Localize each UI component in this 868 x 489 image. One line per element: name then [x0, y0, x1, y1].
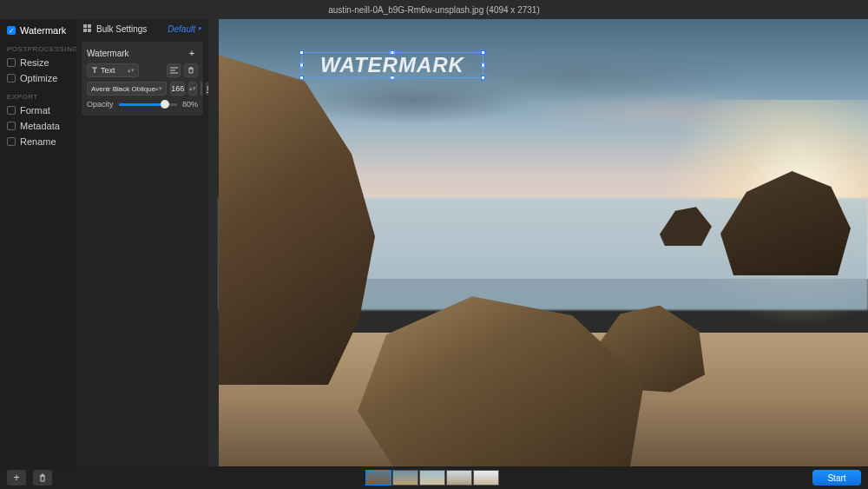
resize-handle-sw[interactable]	[299, 76, 304, 80]
sidebar-item-label: Metadata	[20, 121, 60, 131]
align-button[interactable]	[167, 63, 181, 77]
watermark-bounding-box[interactable]: WATERMARK	[301, 52, 483, 78]
text-icon	[91, 67, 98, 74]
sidebar-item-watermark[interactable]: ✓Watermark	[7, 24, 69, 36]
font-label: Avenir Black Oblique	[91, 85, 155, 93]
checkbox[interactable]	[7, 106, 16, 115]
resize-handle-s[interactable]	[391, 76, 395, 80]
start-label: Start	[827, 473, 845, 483]
canvas[interactable]: WATERMARK	[208, 19, 868, 466]
preview-image	[219, 19, 868, 466]
sidebar-item-label: Format	[20, 105, 50, 116]
resize-handle-se[interactable]	[481, 76, 485, 80]
thumbnail-strip	[59, 470, 806, 486]
slider-thumb[interactable]	[161, 100, 169, 109]
font-dropdown[interactable]: Avenir Black Oblique ▴▾	[87, 82, 167, 96]
type-label: Text	[101, 66, 115, 75]
preset-dropdown[interactable]: Default ▾	[168, 24, 201, 34]
file-title: austin-neill-0A_b9G-Rm6w-unsplash.jpg (4…	[0, 5, 868, 15]
sidebar: ✓WatermarkPOSTPROCESSINGResizeOptimizeEX…	[0, 19, 76, 466]
thumbnail-4[interactable]	[473, 470, 499, 486]
font-size-field[interactable]: 166	[170, 82, 185, 96]
resize-handle-nw[interactable]	[299, 50, 304, 55]
checkbox[interactable]: ✓	[7, 26, 16, 35]
settings-header: Bulk Settings Default ▾	[76, 19, 208, 38]
sidebar-item-label: Optimize	[20, 73, 57, 83]
opacity-slider[interactable]	[119, 103, 177, 106]
thumbnail-0[interactable]	[365, 470, 391, 486]
checkbox[interactable]	[7, 74, 16, 83]
delete-watermark-button[interactable]	[184, 63, 198, 77]
font-size-stepper[interactable]: ▴▾	[188, 82, 197, 96]
stepper-icon: ▴▾	[155, 87, 162, 90]
sidebar-item-rename[interactable]: Rename	[7, 135, 69, 148]
svg-rect-2	[83, 29, 87, 32]
watermark-type-dropdown[interactable]: Text ▴▾	[87, 63, 139, 77]
watermark-panel: Watermark + Text ▴▾	[82, 42, 203, 116]
resize-handle-ne[interactable]	[481, 50, 485, 55]
watermark-text[interactable]: WATERMARK	[320, 53, 464, 77]
svg-rect-1	[88, 24, 91, 28]
bottombar: + Start	[0, 466, 868, 489]
svg-rect-0	[83, 24, 87, 28]
svg-rect-3	[88, 29, 91, 32]
checkbox[interactable]	[7, 122, 16, 130]
file-dims: (4094 x 2731)	[486, 5, 540, 15]
sidebar-item-metadata[interactable]: Metadata	[7, 120, 69, 132]
remove-button[interactable]	[33, 470, 52, 486]
sidebar-item-label: Rename	[20, 136, 56, 147]
sidebar-section-label: EXPORT	[7, 93, 69, 101]
color-picker[interactable]	[201, 82, 202, 96]
sidebar-item-resize[interactable]: Resize	[7, 56, 69, 69]
checkbox[interactable]	[7, 137, 16, 146]
file-name: austin-neill-0A_b9G-Rm6w-unsplash.jpg	[328, 5, 483, 15]
font-size-value: 166	[171, 84, 184, 93]
sidebar-item-optimize[interactable]: Optimize	[7, 72, 69, 84]
stepper-icon: ▴▾	[128, 69, 135, 72]
thumbnail-3[interactable]	[446, 470, 472, 486]
sidebar-item-format[interactable]: Format	[7, 104, 69, 116]
sidebar-item-label: Watermark	[20, 25, 66, 36]
preset-label: Default	[168, 24, 195, 34]
stepper-icon: ▴▾	[189, 87, 196, 90]
bulk-label: Bulk Settings	[96, 24, 147, 34]
bulk-icon	[83, 24, 92, 33]
settings-column: Bulk Settings Default ▾ Watermark +	[76, 19, 208, 466]
resize-handle-w[interactable]	[299, 63, 304, 68]
opacity-label: Opacity	[87, 100, 114, 109]
start-button[interactable]: Start	[812, 470, 861, 486]
opacity-value: 80%	[182, 100, 198, 109]
titlebar: austin-neill-0A_b9G-Rm6w-unsplash.jpg (4…	[0, 0, 868, 19]
chevron-down-icon: ▾	[198, 25, 201, 32]
sidebar-section-label: POSTPROCESSING	[7, 45, 69, 53]
thumbnail-2[interactable]	[419, 470, 445, 486]
resize-handle-e[interactable]	[481, 63, 485, 68]
sidebar-item-label: Resize	[20, 57, 49, 68]
add-button[interactable]: +	[7, 470, 26, 486]
panel-title: Watermark	[87, 49, 129, 58]
thumbnail-1[interactable]	[392, 470, 418, 486]
checkbox[interactable]	[7, 58, 16, 67]
resize-handle-n[interactable]	[391, 50, 395, 55]
add-watermark-button[interactable]: +	[186, 47, 198, 59]
